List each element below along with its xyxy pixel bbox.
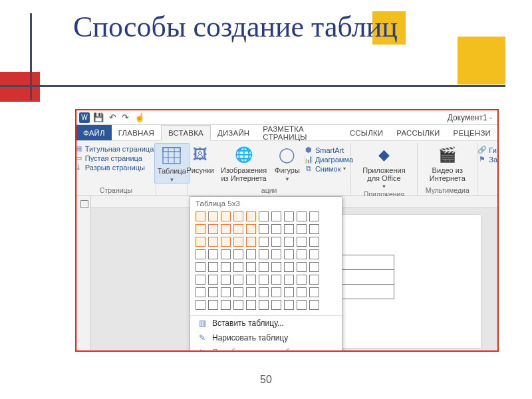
grid-cell[interactable]: [246, 249, 256, 259]
grid-cell[interactable]: [284, 249, 294, 259]
grid-cell[interactable]: [297, 237, 307, 247]
shapes-button[interactable]: ◯ Фигуры ▼: [272, 143, 303, 182]
grid-cell[interactable]: [233, 287, 243, 297]
grid-cell[interactable]: [309, 300, 319, 310]
grid-cell[interactable]: [208, 249, 218, 259]
tab-review[interactable]: РЕЦЕНЗИ: [447, 125, 497, 140]
grid-cell[interactable]: [297, 262, 307, 272]
grid-cell[interactable]: [284, 237, 294, 247]
grid-cell[interactable]: [297, 287, 307, 297]
grid-cell[interactable]: [233, 211, 243, 221]
grid-cell[interactable]: [309, 211, 319, 221]
tab-design[interactable]: ДИЗАЙН: [211, 125, 256, 140]
grid-cell[interactable]: [233, 300, 243, 310]
grid-cell[interactable]: [196, 262, 205, 272]
grid-cell[interactable]: [196, 300, 205, 310]
grid-cell[interactable]: [309, 275, 319, 285]
grid-cell[interactable]: [233, 275, 243, 285]
undo-icon[interactable]: ↶: [107, 112, 118, 122]
grid-cell[interactable]: [271, 237, 281, 247]
grid-cell[interactable]: [233, 249, 243, 259]
grid-cell[interactable]: [259, 224, 269, 234]
grid-cell[interactable]: [246, 300, 256, 310]
grid-cell[interactable]: [259, 275, 269, 285]
redo-icon[interactable]: ↷: [120, 112, 131, 122]
chart-button[interactable]: 📊Диаграмма: [304, 155, 353, 164]
grid-cell[interactable]: [284, 224, 294, 234]
online-video-button[interactable]: 🎬 Видео из Интернета: [420, 143, 474, 182]
grid-cell[interactable]: [297, 224, 307, 234]
grid-cell[interactable]: [284, 287, 294, 297]
grid-cell[interactable]: [271, 211, 281, 221]
grid-cell[interactable]: [196, 224, 205, 234]
tab-layout[interactable]: РАЗМЕТКА СТРАНИЦЫ: [256, 125, 342, 140]
tab-home[interactable]: ГЛАВНАЯ: [112, 125, 161, 140]
tab-insert[interactable]: ВСТАВКА: [161, 125, 211, 141]
grid-cell[interactable]: [221, 237, 231, 247]
grid-cell[interactable]: [208, 211, 218, 221]
menu-item[interactable]: ▥Вставить таблицу...: [190, 316, 342, 331]
grid-cell[interactable]: [259, 300, 269, 310]
grid-cell[interactable]: [271, 224, 281, 234]
tab-mailings[interactable]: РАССЫЛКИ: [390, 125, 446, 140]
cover-page-button[interactable]: ▤Титульная страница▾: [75, 144, 158, 153]
grid-cell[interactable]: [246, 237, 256, 247]
grid-cell[interactable]: [246, 275, 256, 285]
grid-cell[interactable]: [284, 262, 294, 272]
table-button[interactable]: Таблица ▼: [154, 143, 190, 184]
grid-cell[interactable]: [284, 211, 294, 221]
grid-cell[interactable]: [259, 262, 269, 272]
grid-cell[interactable]: [271, 275, 281, 285]
menu-item[interactable]: ✎Нарисовать таблицу: [190, 331, 342, 345]
grid-cell[interactable]: [259, 287, 269, 297]
grid-cell[interactable]: [309, 262, 319, 272]
grid-cell[interactable]: [208, 237, 218, 247]
grid-cell[interactable]: [309, 237, 319, 247]
grid-cell[interactable]: [297, 211, 307, 221]
hyperlink-button[interactable]: 🔗Ги: [477, 146, 497, 154]
grid-cell[interactable]: [297, 249, 307, 259]
page-break-button[interactable]: ⤓Разрыв страницы: [75, 163, 158, 172]
grid-cell[interactable]: [208, 275, 218, 285]
grid-cell[interactable]: [271, 262, 281, 272]
grid-cell[interactable]: [221, 262, 231, 272]
grid-cell[interactable]: [208, 287, 218, 297]
grid-cell[interactable]: [208, 262, 218, 272]
grid-cell[interactable]: [284, 275, 294, 285]
blank-page-button[interactable]: ▭Пустая страница: [75, 154, 158, 162]
pictures-button[interactable]: 🖼 Рисунки: [185, 143, 215, 175]
grid-cell[interactable]: [246, 224, 256, 234]
grid-cell[interactable]: [221, 300, 231, 310]
grid-cell[interactable]: [221, 224, 231, 234]
grid-cell[interactable]: [309, 287, 319, 297]
grid-cell[interactable]: [233, 262, 243, 272]
tab-references[interactable]: ССЫЛКИ: [343, 125, 390, 140]
grid-cell[interactable]: [221, 249, 231, 259]
grid-cell[interactable]: [196, 287, 205, 297]
grid-cell[interactable]: [309, 249, 319, 259]
touch-mode-icon[interactable]: ☝: [132, 112, 147, 122]
bookmark-button[interactable]: ⚑За: [477, 155, 497, 164]
grid-cell[interactable]: [297, 300, 307, 310]
grid-cell[interactable]: [233, 237, 243, 247]
grid-cell[interactable]: [259, 237, 269, 247]
smartart-button[interactable]: ⬢SmartArt: [304, 146, 353, 154]
grid-cell[interactable]: [271, 249, 281, 259]
office-apps-button[interactable]: ◆ Приложения для Office ▼: [354, 143, 415, 190]
grid-cell[interactable]: [297, 275, 307, 285]
grid-cell[interactable]: [284, 300, 294, 310]
grid-cell[interactable]: [196, 275, 205, 285]
grid-cell[interactable]: [221, 211, 231, 221]
save-icon[interactable]: 💾: [91, 112, 106, 122]
grid-cell[interactable]: [196, 211, 205, 221]
grid-cell[interactable]: [246, 211, 256, 221]
grid-cell[interactable]: [208, 224, 218, 234]
grid-cell[interactable]: [246, 262, 256, 272]
grid-cell[interactable]: [233, 224, 243, 234]
grid-cell[interactable]: [246, 287, 256, 297]
grid-cell[interactable]: [221, 275, 231, 285]
grid-cell[interactable]: [259, 249, 269, 259]
screenshot-button[interactable]: ⧉Снимок▾: [304, 164, 353, 173]
grid-cell[interactable]: [208, 300, 218, 310]
grid-cell[interactable]: [196, 237, 205, 247]
